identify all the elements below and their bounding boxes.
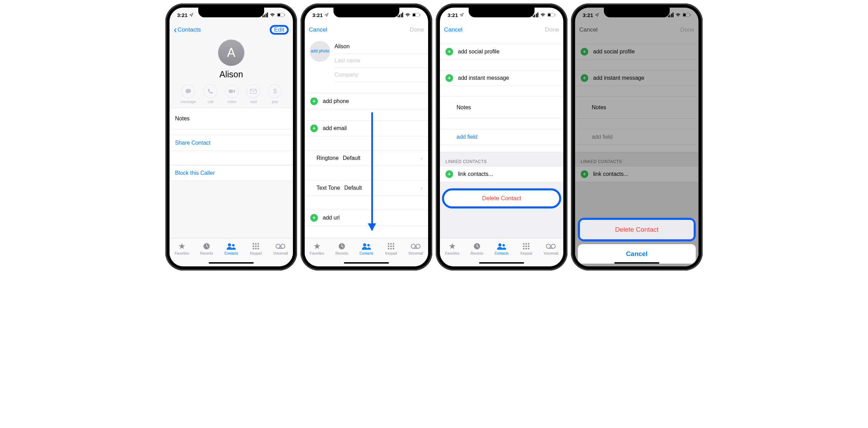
tab-favorites[interactable]: ★Favorites bbox=[305, 238, 329, 259]
link-contacts-row[interactable]: +link contacts... bbox=[440, 166, 563, 182]
contacts-icon bbox=[497, 242, 506, 251]
action-sheet: Delete Contact Cancel bbox=[578, 218, 696, 264]
keypad-icon bbox=[252, 242, 260, 251]
sheet-cancel-button[interactable]: Cancel bbox=[578, 244, 696, 264]
clock-icon bbox=[338, 242, 346, 251]
block-caller-row[interactable]: Block this Caller bbox=[170, 165, 293, 181]
add-im-row[interactable]: +add instant message bbox=[440, 70, 563, 86]
home-indicator bbox=[614, 262, 659, 264]
svg-point-13 bbox=[258, 246, 259, 247]
nav-bar: Cancel Done bbox=[440, 22, 563, 38]
svg-rect-40 bbox=[555, 14, 556, 16]
contacts-icon bbox=[362, 242, 371, 251]
tab-keypad[interactable]: Keypad bbox=[244, 238, 268, 259]
tab-contacts[interactable]: Contacts bbox=[219, 238, 243, 259]
svg-point-15 bbox=[255, 248, 257, 250]
add-social-row[interactable]: +add social profile bbox=[440, 44, 563, 60]
sheet-delete-button[interactable]: Delete Contact bbox=[580, 220, 694, 239]
phone-frame-2: 3:21 Cancel Done add photo Alison Last n… bbox=[301, 3, 432, 271]
home-indicator bbox=[209, 262, 254, 264]
keypad-icon bbox=[522, 242, 530, 251]
company-field[interactable]: Company bbox=[335, 68, 428, 82]
video-button[interactable]: video bbox=[225, 84, 239, 104]
back-label: Contacts bbox=[177, 26, 201, 33]
texttone-row[interactable]: Text ToneDefault› bbox=[305, 180, 428, 196]
done-button[interactable]: Done bbox=[545, 26, 559, 33]
svg-point-47 bbox=[523, 246, 525, 247]
plus-icon: + bbox=[310, 97, 318, 105]
nav-bar: Cancel Done bbox=[305, 22, 428, 38]
add-url-row[interactable]: +add url bbox=[305, 210, 428, 226]
svg-point-42 bbox=[498, 243, 502, 247]
voicemail-icon bbox=[275, 242, 286, 251]
svg-point-33 bbox=[390, 248, 392, 250]
add-phone-row[interactable]: +add phone bbox=[305, 93, 428, 109]
tab-voicemail[interactable]: Voicemail bbox=[403, 238, 428, 259]
svg-point-10 bbox=[258, 243, 259, 245]
delete-contact-button[interactable]: Delete Contact bbox=[444, 190, 559, 206]
svg-point-29 bbox=[388, 246, 390, 247]
plus-icon: + bbox=[445, 74, 453, 82]
wifi-icon bbox=[405, 13, 410, 17]
tab-contacts[interactable]: Contacts bbox=[489, 238, 514, 259]
svg-point-44 bbox=[523, 243, 525, 245]
message-button[interactable]: message bbox=[181, 84, 196, 104]
share-contact-row[interactable]: Share Contact bbox=[170, 135, 293, 151]
contacts-icon bbox=[226, 242, 236, 251]
pay-button[interactable]: $pay bbox=[268, 84, 282, 104]
tab-favorites[interactable]: ★Favorites bbox=[170, 238, 194, 259]
keypad-icon bbox=[387, 242, 395, 251]
svg-point-12 bbox=[255, 246, 257, 247]
last-name-field[interactable]: Last name bbox=[335, 54, 428, 68]
star-icon: ★ bbox=[449, 242, 456, 251]
video-icon bbox=[228, 89, 235, 94]
phone-frame-3: 3:21 Cancel Done +add social profile +ad… bbox=[436, 3, 567, 271]
svg-point-35 bbox=[411, 244, 415, 248]
add-email-row[interactable]: +add email bbox=[305, 120, 428, 136]
tab-contacts[interactable]: Contacts bbox=[354, 238, 379, 259]
svg-point-16 bbox=[258, 248, 259, 250]
message-icon bbox=[185, 88, 192, 95]
battery-icon bbox=[412, 13, 420, 17]
svg-point-43 bbox=[503, 244, 505, 247]
cancel-button[interactable]: Cancel bbox=[309, 26, 327, 33]
svg-point-30 bbox=[390, 246, 392, 247]
edit-button[interactable]: Edit bbox=[274, 26, 284, 33]
tab-keypad[interactable]: Keypad bbox=[379, 238, 403, 259]
svg-point-11 bbox=[253, 246, 254, 247]
notch bbox=[604, 8, 670, 17]
tab-voicemail[interactable]: Voicemail bbox=[539, 238, 563, 259]
avatar: A bbox=[218, 40, 244, 66]
add-field-row[interactable]: add field bbox=[440, 129, 563, 145]
back-button[interactable]: ‹ Contacts bbox=[174, 25, 201, 35]
tab-keypad[interactable]: Keypad bbox=[514, 238, 539, 259]
plus-icon: + bbox=[445, 170, 453, 178]
add-photo-button[interactable]: add photo bbox=[310, 41, 330, 62]
tab-favorites[interactable]: ★Favorites bbox=[440, 238, 465, 259]
mail-button[interactable]: mail bbox=[246, 84, 260, 104]
svg-point-46 bbox=[528, 243, 530, 245]
tab-recents[interactable]: Recents bbox=[329, 238, 354, 259]
tab-voicemail[interactable]: Voicemail bbox=[268, 238, 293, 259]
svg-point-9 bbox=[255, 243, 257, 245]
home-indicator bbox=[479, 262, 524, 264]
clock-icon bbox=[473, 242, 481, 251]
location-icon bbox=[460, 13, 464, 17]
svg-point-32 bbox=[388, 248, 390, 250]
call-button[interactable]: call bbox=[203, 84, 217, 104]
nav-bar: ‹ Contacts Edit bbox=[170, 22, 293, 37]
voicemail-icon bbox=[410, 242, 421, 251]
plus-icon: + bbox=[445, 48, 453, 55]
ringtone-row[interactable]: RingtoneDefault› bbox=[305, 150, 428, 166]
done-button[interactable]: Done bbox=[410, 26, 424, 33]
svg-rect-22 bbox=[420, 14, 420, 16]
plus-icon: + bbox=[310, 125, 318, 132]
cancel-button[interactable]: Cancel bbox=[444, 26, 462, 33]
first-name-field[interactable]: Alison bbox=[335, 40, 428, 54]
tab-recents[interactable]: Recents bbox=[194, 238, 219, 259]
notes-field[interactable]: Notes bbox=[440, 96, 563, 119]
tab-recents[interactable]: Recents bbox=[465, 238, 489, 259]
svg-point-54 bbox=[551, 244, 555, 248]
battery-icon bbox=[277, 13, 285, 17]
svg-point-50 bbox=[523, 248, 525, 250]
